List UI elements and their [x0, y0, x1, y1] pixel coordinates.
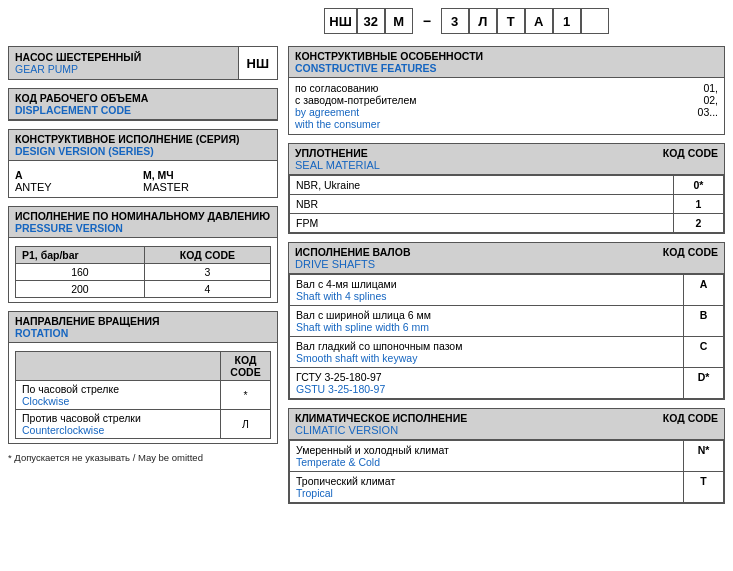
drive-code-3: D* — [684, 368, 724, 399]
rotation-name-0: По часовой стрелке Clockwise — [16, 381, 221, 410]
code-cell-3: 3 — [441, 8, 469, 34]
rotation-code-1: Л — [221, 410, 271, 439]
rotation-row-1: Против часовой стрелки Counterclockwise … — [16, 410, 271, 439]
pressure-header: ИСПОЛНЕНИЕ ПО НОМИНАЛЬНОМУ ДАВЛЕНИЮ PRES… — [9, 207, 277, 238]
design-col-a-code: A — [15, 169, 143, 181]
climatic-ru: КЛИМАТИЧЕСКОЕ ИСПОЛНЕНИЕ — [295, 412, 467, 424]
rotation-row-0: По часовой стрелке Clockwise * — [16, 381, 271, 410]
design-col-a: A ANTEY — [15, 169, 143, 193]
gear-pump-ru-label: НАСОС ШЕСТЕРЕННЫЙ — [15, 51, 232, 63]
constructive-row: по согласованию с заводом-потребителем b… — [295, 82, 718, 130]
seal-name-1: NBR — [290, 195, 674, 214]
constructive-body: по согласованию с заводом-потребителем b… — [289, 78, 724, 134]
seal-table: NBR, Ukraine 0* NBR 1 FPM 2 — [289, 175, 724, 233]
drive-shafts-section: ИСПОЛНЕНИЕ ВАЛОВ DRIVE SHAFTS КОД CODE В… — [288, 242, 725, 400]
drive-code-1: B — [684, 306, 724, 337]
climatic-code-0: N* — [684, 441, 724, 472]
design-col-a-name: ANTEY — [15, 181, 143, 193]
code-cell-6: А — [525, 8, 553, 34]
drive-ru-0: Вал с 4-мя шлицами — [296, 278, 677, 290]
climatic-code-header: КОД CODE — [663, 412, 718, 424]
climatic-ru-1: Тропический климат — [296, 475, 677, 487]
pressure-col-main: Р1, бар/bar — [16, 247, 145, 264]
drive-row-3: ГСТУ 3-25-180-97 GSTU 3-25-180-97 D* — [290, 368, 724, 399]
gear-pump-code: НШ — [238, 47, 277, 79]
climatic-row-1: Тропический климат Tropical T — [290, 472, 724, 503]
rotation-ru: НАПРАВЛЕНИЕ ВРАЩЕНИЯ — [15, 315, 271, 327]
code-bar: НШ 32 М − 3 Л Т А 1 — [208, 8, 725, 34]
design-version-section: КОНСТРУКТИВНОЕ ИСПОЛНЕНИЕ (СЕРИЯ) DESIGN… — [8, 129, 278, 198]
climatic-name-1: Тропический климат Tropical — [290, 472, 684, 503]
climatic-table: Умеренный и холодный климат Temperate & … — [289, 440, 724, 503]
constructive-text: по согласованию с заводом-потребителем b… — [295, 82, 698, 130]
rotation-name-1: Против часовой стрелки Counterclockwise — [16, 410, 221, 439]
rotation-table: КОД CODE По часовой стрелке Clockwise * — [15, 351, 271, 439]
seal-row-2: FPM 2 — [290, 214, 724, 233]
constructive-header: КОНСТРУКТИВНЫЕ ОСОБЕННОСТИ CONSTRUCTIVE … — [289, 47, 724, 78]
gear-pump-section: НАСОС ШЕСТЕРЕННЫЙ GEAR PUMP НШ — [8, 46, 278, 80]
climatic-en: CLIMATIC VERSION — [295, 424, 467, 436]
seal-ru: УПЛОТНЕНИЕ — [295, 147, 380, 159]
seal-code-1: 1 — [674, 195, 724, 214]
pressure-body: Р1, бар/bar КОД CODE 160 3 200 4 — [9, 238, 277, 302]
design-col-m: М, МЧ MASTER — [143, 169, 271, 193]
code-cell-2: М — [385, 8, 413, 34]
drive-code-2: C — [684, 337, 724, 368]
rotation-header: НАПРАВЛЕНИЕ ВРАЩЕНИЯ ROTATION — [9, 312, 277, 343]
seal-code-2: 2 — [674, 214, 724, 233]
drive-ru-3: ГСТУ 3-25-180-97 — [296, 371, 677, 383]
climatic-ru-0: Умеренный и холодный климат — [296, 444, 677, 456]
constructive-section: КОНСТРУКТИВНЫЕ ОСОБЕННОСТИ CONSTRUCTIVE … — [288, 46, 725, 135]
drive-name-3: ГСТУ 3-25-180-97 GSTU 3-25-180-97 — [290, 368, 684, 399]
main-layout: НАСОС ШЕСТЕРЕННЫЙ GEAR PUMP НШ КОД РАБОЧ… — [8, 46, 725, 512]
rotation-en-0: Clockwise — [22, 395, 214, 407]
climatic-en-0: Temperate & Cold — [296, 456, 677, 468]
design-version-en: DESIGN VERSION (SERIES) — [15, 145, 271, 157]
code-cell-7: 1 — [553, 8, 581, 34]
constructive-desc-en2: with the consumer — [295, 118, 698, 130]
rotation-col-code: КОД CODE — [221, 352, 271, 381]
seal-code-0: 0* — [674, 176, 724, 195]
pressure-code-0: 3 — [144, 264, 270, 281]
drive-shafts-header-text: ИСПОЛНЕНИЕ ВАЛОВ DRIVE SHAFTS — [295, 246, 410, 270]
pressure-code-1: 4 — [144, 281, 270, 298]
code-cell-5: Т — [497, 8, 525, 34]
displacement-section: КОД РАБОЧЕГО ОБЪЕМА DISPLACEMENT CODE — [8, 88, 278, 121]
climatic-row-0: Умеренный и холодный климат Temperate & … — [290, 441, 724, 472]
drive-shafts-code-header: КОД CODE — [663, 246, 718, 258]
drive-shafts-ru: ИСПОЛНЕНИЕ ВАЛОВ — [295, 246, 410, 258]
pressure-en: PRESSURE VERSION — [15, 222, 271, 234]
seal-section: УПЛОТНЕНИЕ SEAL MATERIAL КОД CODE NBR, U… — [288, 143, 725, 234]
rotation-col-main — [16, 352, 221, 381]
pressure-val-1: 200 — [16, 281, 145, 298]
rotation-body: КОД CODE По часовой стрелке Clockwise * — [9, 343, 277, 443]
seal-en: SEAL MATERIAL — [295, 159, 380, 171]
rotation-section: НАПРАВЛЕНИЕ ВРАЩЕНИЯ ROTATION КОД CODE — [8, 311, 278, 444]
constructive-ru: КОНСТРУКТИВНЫЕ ОСОБЕННОСТИ — [295, 50, 718, 62]
rotation-ru-0: По часовой стрелке — [22, 383, 214, 395]
pressure-ru: ИСПОЛНЕНИЕ ПО НОМИНАЛЬНОМУ ДАВЛЕНИЮ — [15, 210, 271, 222]
footnote: * Допускается не указывать / May be omit… — [8, 452, 278, 463]
constructive-desc-en: by agreement — [295, 106, 698, 118]
rotation-en: ROTATION — [15, 327, 271, 339]
seal-name-0: NBR, Ukraine — [290, 176, 674, 195]
code-cell-1: 32 — [357, 8, 385, 34]
right-column: КОНСТРУКТИВНЫЕ ОСОБЕННОСТИ CONSTRUCTIVE … — [288, 46, 725, 512]
climatic-code-1: T — [684, 472, 724, 503]
drive-row-1: Вал с шириной шлица 6 мм Shaft with spli… — [290, 306, 724, 337]
page-container: НШ 32 М − 3 Л Т А 1 НАСОС ШЕСТЕРЕННЫЙ GE… — [8, 8, 725, 512]
displacement-header: КОД РАБОЧЕГО ОБЪЕМА DISPLACEMENT CODE — [9, 89, 277, 120]
design-col-m-code: М, МЧ — [143, 169, 271, 181]
drive-en-0: Shaft with 4 splines — [296, 290, 677, 302]
design-version-header: КОНСТРУКТИВНОЕ ИСПОЛНЕНИЕ (СЕРИЯ) DESIGN… — [9, 130, 277, 161]
rotation-en-1: Counterclockwise — [22, 424, 214, 436]
rotation-ru-1: Против часовой стрелки — [22, 412, 214, 424]
climatic-section: КЛИМАТИЧЕСКОЕ ИСПОЛНЕНИЕ CLIMATIC VERSIO… — [288, 408, 725, 504]
seal-code-header: КОД CODE — [663, 147, 718, 159]
gear-pump-text: НАСОС ШЕСТЕРЕННЫЙ GEAR PUMP — [9, 47, 238, 79]
drive-shafts-en: DRIVE SHAFTS — [295, 258, 410, 270]
drive-ru-1: Вал с шириной шлица 6 мм — [296, 309, 677, 321]
drive-shafts-header: ИСПОЛНЕНИЕ ВАЛОВ DRIVE SHAFTS КОД CODE — [289, 243, 724, 274]
drive-shafts-table: Вал с 4-мя шлицами Shaft with 4 splines … — [289, 274, 724, 399]
design-col-m-name: MASTER — [143, 181, 271, 193]
